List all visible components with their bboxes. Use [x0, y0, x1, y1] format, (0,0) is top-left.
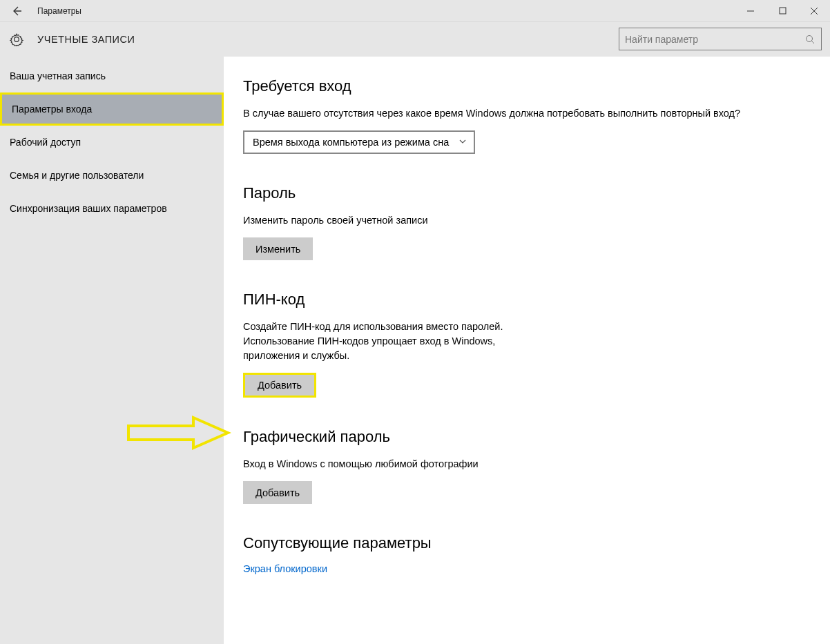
sidebar: Ваша учетная запись Параметры входа Рабо…: [0, 57, 224, 644]
close-button[interactable]: [798, 0, 830, 22]
header: УЧЕТНЫЕ ЗАПИСИ: [0, 22, 830, 57]
sidebar-item-label: Параметры входа: [12, 104, 92, 115]
sidebar-item-signin-options[interactable]: Параметры входа: [0, 92, 224, 126]
minimize-icon: [746, 7, 755, 15]
password-block: Пароль Изменить пароль своей учетной зап…: [243, 184, 830, 260]
pin-add-highlight: Добавить: [243, 373, 316, 398]
add-picture-password-button[interactable]: Добавить: [243, 481, 312, 504]
signin-timeout-dropdown[interactable]: Время выхода компьютера из режима сна: [243, 130, 475, 154]
signin-required-block: Требуется вход В случае вашего отсутстви…: [243, 77, 830, 154]
pin-desc: Создайте ПИН-код для использования вмест…: [243, 320, 533, 363]
picture-password-block: Графический пароль Вход в Windows с помо…: [243, 428, 830, 504]
password-heading: Пароль: [243, 184, 830, 202]
search-box[interactable]: [619, 28, 822, 50]
sidebar-item-family[interactable]: Семья и другие пользователи: [0, 159, 224, 192]
sidebar-item-work-access[interactable]: Рабочий доступ: [0, 126, 224, 159]
search-icon: [804, 34, 815, 45]
back-button[interactable]: [0, 0, 33, 22]
signin-desc: В случае вашего отсутствия через какое в…: [243, 106, 754, 121]
sidebar-item-label: Ваша учетная запись: [10, 70, 106, 81]
sidebar-item-sync[interactable]: Синхронизация ваших параметров: [0, 192, 224, 225]
svg-point-1: [807, 35, 813, 41]
close-icon: [810, 7, 818, 15]
lock-screen-link[interactable]: Экран блокировки: [243, 563, 830, 574]
change-password-button[interactable]: Изменить: [243, 237, 313, 260]
gear-icon: [10, 32, 23, 46]
settings-gear-icon[interactable]: [8, 31, 25, 48]
sidebar-item-label: Семья и другие пользователи: [10, 170, 144, 181]
sidebar-item-label: Синхронизация ваших параметров: [10, 203, 167, 214]
related-block: Сопутсвующие параметры Экран блокировки: [243, 534, 830, 574]
content: Требуется вход В случае вашего отсутстви…: [224, 57, 830, 644]
window-title: Параметры: [33, 6, 81, 16]
pin-heading: ПИН-код: [243, 291, 830, 309]
svg-rect-0: [780, 8, 786, 14]
add-pin-button[interactable]: Добавить: [245, 375, 314, 396]
related-heading: Сопутсвующие параметры: [243, 534, 830, 552]
maximize-button[interactable]: [766, 0, 798, 22]
section-title: УЧЕТНЫЕ ЗАПИСИ: [37, 34, 135, 45]
picture-heading: Графический пароль: [243, 428, 830, 446]
arrow-left-icon: [11, 6, 22, 17]
picture-desc: Вход в Windows с помощью любимой фотогра…: [243, 457, 754, 471]
sidebar-item-label: Рабочий доступ: [10, 137, 81, 148]
maximize-icon: [779, 7, 786, 14]
chevron-down-icon: [459, 137, 467, 148]
minimize-button[interactable]: [735, 0, 766, 22]
signin-heading: Требуется вход: [243, 77, 830, 95]
search-input[interactable]: [625, 34, 804, 45]
password-desc: Изменить пароль своей учетной записи: [243, 213, 754, 228]
pin-block: ПИН-код Создайте ПИН-код для использован…: [243, 291, 830, 398]
titlebar: Параметры: [0, 0, 830, 22]
sidebar-item-account[interactable]: Ваша учетная запись: [0, 59, 224, 92]
dropdown-value: Время выхода компьютера из режима сна: [253, 137, 449, 148]
